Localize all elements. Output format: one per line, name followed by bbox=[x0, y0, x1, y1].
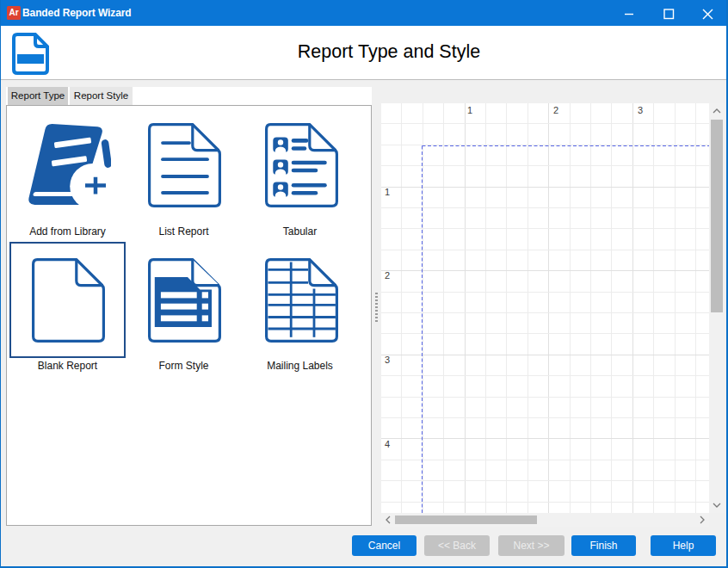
svg-text:3: 3 bbox=[385, 355, 390, 365]
svg-text:1: 1 bbox=[385, 187, 390, 197]
svg-text:4: 4 bbox=[385, 439, 390, 449]
svg-text:2: 2 bbox=[385, 270, 390, 281]
svg-text:1: 1 bbox=[467, 105, 472, 115]
svg-text:2: 2 bbox=[553, 105, 558, 115]
svg-text:3: 3 bbox=[638, 105, 643, 115]
